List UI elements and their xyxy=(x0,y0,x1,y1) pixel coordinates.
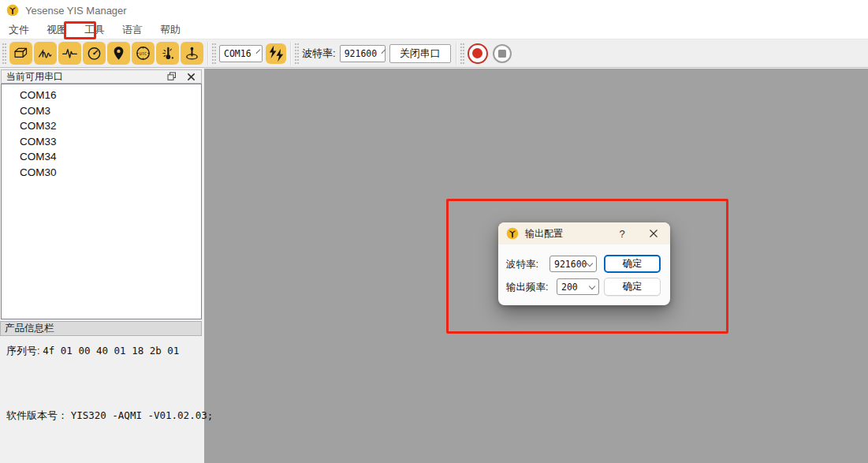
toolbar-separator xyxy=(207,42,208,65)
temperature-button[interactable] xyxy=(156,42,179,65)
record-icon xyxy=(472,48,482,58)
dialog-close-button[interactable] xyxy=(645,225,662,242)
serial-number-value: 4f 01 00 40 01 18 2b 01 xyxy=(43,345,179,357)
gauge-icon xyxy=(86,45,102,62)
pulse-waveform-icon xyxy=(61,45,78,62)
baud-rate-select[interactable]: 921600 xyxy=(340,45,386,62)
dialog-title: 输出配置 xyxy=(525,227,613,241)
stop-icon xyxy=(498,50,506,58)
product-info-title: 产品信息栏 xyxy=(5,322,54,335)
list-item-port[interactable]: COM30 xyxy=(2,165,201,181)
list-item-port[interactable]: COM32 xyxy=(2,118,201,134)
cube-3d-button[interactable] xyxy=(9,42,32,65)
dialog-baud-select[interactable]: 921600 xyxy=(549,256,597,272)
float-window-icon xyxy=(167,72,177,81)
refresh-lightning-icon xyxy=(266,43,286,64)
output-config-dialog: 输出配置 ? 波特率: 921600 确定 输出频率: 200 确定 xyxy=(498,222,670,305)
dialog-help-button[interactable]: ? xyxy=(613,228,631,240)
location-pin-icon xyxy=(110,45,127,62)
toolbar-drag-handle[interactable] xyxy=(460,43,464,64)
window-title: Yesense YIS Manager xyxy=(25,5,127,17)
location-button[interactable] xyxy=(107,42,130,65)
dialog-freq-select[interactable]: 200 xyxy=(557,278,599,295)
list-item-port[interactable]: COM3 xyxy=(2,103,201,119)
serial-port-list: COM16 COM3 COM32 COM33 COM34 COM30 xyxy=(1,84,202,319)
chevron-down-icon xyxy=(589,282,595,289)
title-bar: Yesense YIS Manager xyxy=(0,0,868,21)
float-panel-button[interactable] xyxy=(166,71,177,82)
utc-clock-button[interactable]: UTC xyxy=(132,42,155,65)
menu-help[interactable]: 帮助 xyxy=(151,21,189,39)
chevron-down-icon xyxy=(382,49,386,54)
cube-3d-icon xyxy=(13,45,29,62)
menu-file[interactable]: 文件 xyxy=(0,21,38,39)
menu-view[interactable]: 视图 xyxy=(38,21,76,39)
close-icon xyxy=(187,73,196,81)
product-info-header: 产品信息栏 xyxy=(0,321,202,336)
serial-ports-panel-header: 当前可用串口 xyxy=(1,69,202,84)
serial-ports-panel-title: 当前可用串口 xyxy=(6,70,158,84)
close-icon xyxy=(649,229,658,238)
thermometer-icon xyxy=(159,45,176,62)
gauge-button[interactable] xyxy=(83,42,106,65)
software-version-label: 软件版本号： xyxy=(6,409,68,421)
close-serial-port-button[interactable]: 关闭串口 xyxy=(389,44,451,63)
dialog-freq-label: 输出频率: xyxy=(506,281,548,294)
dialog-logo-icon xyxy=(506,227,519,240)
software-version-value: YIS320 -AQMI -V01.02.03; xyxy=(71,409,214,421)
menu-tools[interactable]: 工具 xyxy=(76,21,114,39)
dialog-title-bar: 输出配置 ? xyxy=(498,222,670,245)
pulse-waveform-button[interactable] xyxy=(58,42,81,65)
surface-pin-button[interactable] xyxy=(181,42,203,65)
menu-bar: 文件 视图 工具 语言 帮助 xyxy=(0,21,868,39)
list-item-port[interactable]: COM16 xyxy=(2,88,201,103)
angle-waveform-icon xyxy=(37,45,54,62)
com-port-value: COM16 xyxy=(224,48,251,59)
record-button[interactable] xyxy=(468,43,488,64)
toolbar-drag-handle[interactable] xyxy=(2,43,6,64)
list-item-port[interactable]: COM34 xyxy=(2,149,201,165)
refresh-ports-button[interactable] xyxy=(266,43,286,64)
baud-rate-label: 波特率: xyxy=(302,47,336,61)
toolbar-separator xyxy=(456,42,456,65)
dialog-baud-value: 921600 xyxy=(554,259,587,270)
chevron-down-icon xyxy=(255,49,260,54)
confirm-freq-button[interactable]: 确定 xyxy=(604,278,661,296)
utc-clock-icon: UTC xyxy=(135,45,151,62)
software-version-line: 软件版本号： YIS320 -AQMI -V01.02.03; xyxy=(6,409,213,423)
toolbar: UTC COM16 xyxy=(0,39,868,68)
surface-pin-icon xyxy=(184,45,200,62)
app-logo-icon xyxy=(6,4,19,17)
angle-waveform-button[interactable] xyxy=(34,42,57,65)
confirm-baud-button[interactable]: 确定 xyxy=(604,255,661,273)
com-port-select[interactable]: COM16 xyxy=(219,45,263,62)
app-window: Yesense YIS Manager 文件 视图 工具 语言 帮助 xyxy=(0,0,868,463)
toolbar-drag-handle[interactable] xyxy=(212,43,216,64)
serial-number-label: 序列号: xyxy=(6,345,40,357)
toolbar-drag-handle[interactable] xyxy=(295,43,299,64)
svg-text:UTC: UTC xyxy=(140,51,147,56)
dialog-freq-value: 200 xyxy=(561,282,578,293)
toolbar-separator xyxy=(290,42,291,65)
menu-language[interactable]: 语言 xyxy=(114,21,151,39)
dialog-baud-label: 波特率: xyxy=(506,258,538,271)
stop-button[interactable] xyxy=(493,44,512,63)
list-item-port[interactable]: COM33 xyxy=(2,134,201,150)
close-panel-button[interactable] xyxy=(185,71,196,82)
chevron-down-icon xyxy=(587,260,593,266)
baud-rate-value: 921600 xyxy=(345,48,378,59)
serial-number-line: 序列号: 4f 01 00 40 01 18 2b 01 xyxy=(6,344,179,358)
